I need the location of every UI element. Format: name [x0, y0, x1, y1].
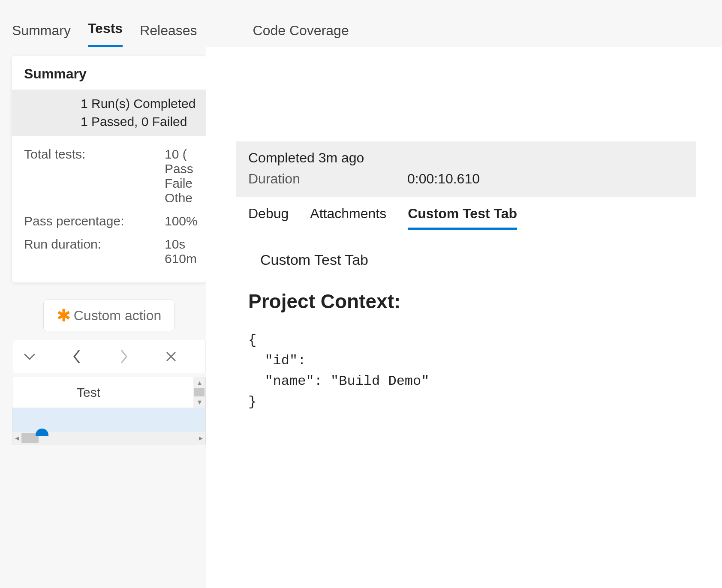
detail-body: Custom Test Tab Project Context: { "id":… — [236, 230, 696, 434]
chevron-left-icon — [73, 349, 81, 364]
detail-duration-label: Duration — [248, 171, 300, 187]
scroll-right-arrow-icon[interactable]: ▸ — [199, 433, 203, 443]
summary-row-run-duration: Run duration: 10s 610m — [24, 233, 206, 270]
scroll-up-arrow-icon[interactable]: ▴ — [198, 377, 202, 388]
detail-header: Completed 3m ago Duration 0:00:10.610 — [236, 141, 696, 197]
detail-tab-attachments[interactable]: Attachments — [310, 206, 386, 230]
asterisk-icon: ✱ — [57, 307, 71, 324]
summary-runs-completed: 1 Run(s) Completed — [81, 95, 194, 113]
top-tab-strip: Summary Tests Releases Code Coverage — [0, 0, 722, 47]
grid-header: Test ▴ ▾ — [12, 377, 205, 408]
grid-body[interactable] — [12, 408, 205, 432]
grid-column-test[interactable]: Test — [77, 385, 100, 400]
custom-action-button[interactable]: ✱ Custom action — [43, 300, 175, 331]
scroll-down-arrow-icon[interactable]: ▾ — [198, 396, 202, 408]
summary-pass-fail: 1 Passed, 0 Failed — [81, 113, 194, 131]
summary-row-pass-percentage: Pass percentage: 100% — [24, 210, 206, 233]
tab-tests[interactable]: Tests — [88, 21, 123, 47]
vertical-scrollbar[interactable]: ▴ ▾ — [193, 377, 205, 408]
chevron-down-icon — [24, 353, 36, 360]
previous-button[interactable] — [68, 348, 85, 365]
tab-code-coverage[interactable]: Code Coverage — [253, 23, 349, 47]
detail-duration-value: 0:00:10.610 — [407, 171, 480, 187]
left-panel: Summary 1 Run(s) Completed 1 Passed, 0 F… — [0, 47, 206, 588]
detail-section-label: Custom Test Tab — [248, 252, 684, 268]
detail-completed-time: Completed 3m ago — [248, 150, 684, 166]
total-tests-failed: Faile — [165, 176, 193, 191]
pass-percentage-value: 100% — [165, 214, 198, 228]
total-tests-passed: Pass — [165, 162, 193, 176]
detail-panel: Completed 3m ago Duration 0:00:10.610 De… — [206, 47, 722, 588]
detail-body-title: Project Context: — [248, 290, 684, 313]
test-grid: Test ▴ ▾ ◂ ▸ — [12, 377, 206, 444]
detail-tab-debug[interactable]: Debug — [248, 206, 289, 230]
summary-card: Summary 1 Run(s) Completed 1 Passed, 0 F… — [12, 56, 206, 282]
custom-action-label: Custom action — [74, 308, 162, 324]
nav-row — [12, 340, 206, 373]
next-button[interactable] — [115, 348, 132, 365]
pass-percentage-label: Pass percentage: — [24, 214, 161, 228]
run-duration-label: Run duration: — [24, 237, 161, 252]
close-button[interactable] — [162, 348, 180, 365]
close-icon — [165, 351, 177, 363]
expand-down-button[interactable] — [21, 348, 38, 365]
summary-row-total-tests: Total tests: 10 ( Pass Faile Othe — [24, 143, 206, 210]
tab-releases[interactable]: Releases — [140, 23, 197, 47]
chevron-right-icon — [120, 349, 128, 364]
summary-card-title: Summary — [12, 56, 206, 90]
detail-tab-custom[interactable]: Custom Test Tab — [408, 206, 517, 230]
summary-banner: 1 Run(s) Completed 1 Passed, 0 Failed — [12, 90, 206, 136]
run-duration-ms: 610m — [165, 252, 197, 266]
project-context-code: { "id": "name": "Build Demo" } — [248, 330, 684, 412]
scroll-left-arrow-icon[interactable]: ◂ — [15, 433, 19, 443]
total-tests-value: 10 ( — [165, 147, 193, 162]
run-duration-seconds: 10s — [165, 237, 197, 252]
status-indicator-icon — [36, 429, 48, 436]
detail-tab-strip: Debug Attachments Custom Test Tab — [236, 197, 696, 230]
tab-summary[interactable]: Summary — [12, 23, 71, 47]
vertical-scroll-thumb[interactable] — [194, 388, 205, 396]
total-tests-other: Othe — [165, 191, 193, 205]
total-tests-label: Total tests: — [24, 147, 161, 162]
